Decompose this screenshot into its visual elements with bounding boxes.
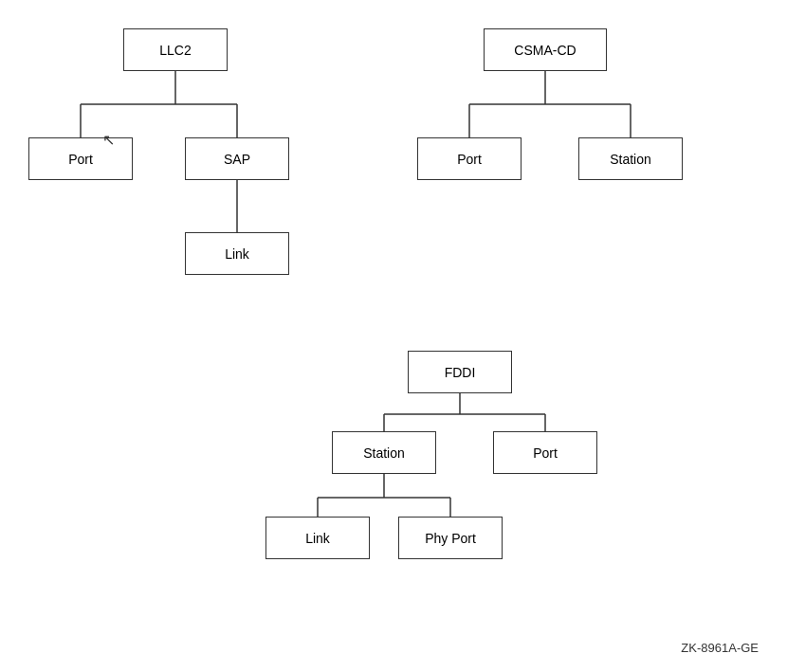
diagram-container: LLC2 Port SAP Link CSMA-CD Port Station … — [0, 0, 787, 672]
node-port-llc2: Port — [28, 137, 133, 180]
node-phyport-fddi: Phy Port — [398, 517, 503, 559]
node-link-fddi: Link — [265, 517, 370, 559]
node-llc2: LLC2 — [123, 28, 228, 71]
node-station-fddi: Station — [332, 431, 436, 474]
watermark: ZK-8961A-GE — [681, 641, 759, 655]
node-link-llc2: Link — [185, 232, 289, 275]
node-port-fddi-label: Port — [533, 445, 558, 461]
node-sap-label: SAP — [224, 152, 250, 167]
node-csmacd-label: CSMA-CD — [514, 43, 576, 58]
node-port-fddi: Port — [493, 431, 597, 474]
node-port-csmacd: Port — [417, 137, 522, 180]
node-phyport-fddi-label: Phy Port — [425, 531, 476, 546]
node-link-llc2-label: Link — [225, 246, 249, 262]
node-station-csmacd: Station — [578, 137, 683, 180]
node-link-fddi-label: Link — [305, 531, 330, 546]
node-station-csmacd-label: Station — [610, 152, 651, 167]
node-fddi: FDDI — [408, 351, 512, 393]
node-port-csmacd-label: Port — [457, 152, 482, 167]
node-station-fddi-label: Station — [363, 445, 405, 461]
node-fddi-label: FDDI — [445, 365, 476, 380]
node-port-llc2-label: Port — [68, 152, 93, 167]
node-llc2-label: LLC2 — [159, 43, 191, 58]
node-sap: SAP — [185, 137, 289, 180]
connector-lines — [0, 0, 787, 672]
node-csmacd: CSMA-CD — [484, 28, 607, 71]
